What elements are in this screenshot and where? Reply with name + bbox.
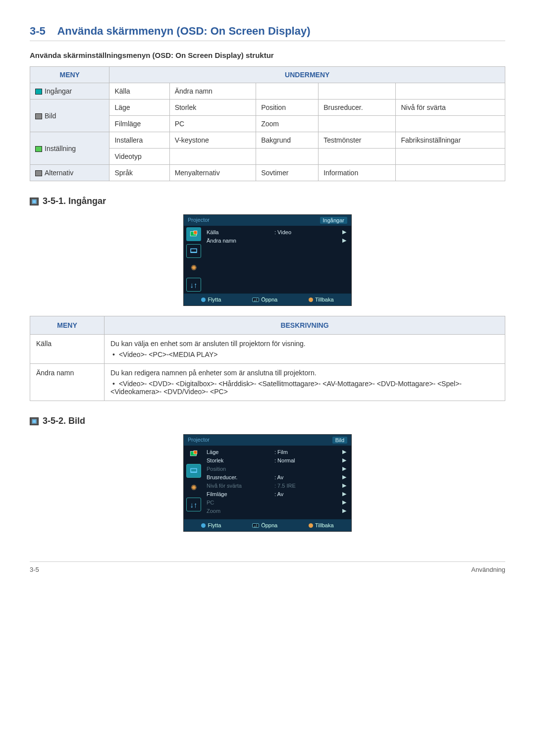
arrow-right-icon: ▶ xyxy=(342,229,346,235)
structure-table: MENY UNDERMENY Ingångar Källa Ändra namn… xyxy=(30,66,505,181)
arrow-right-icon: ▶ xyxy=(342,491,346,497)
picture-tab-icon[interactable] xyxy=(186,244,201,258)
setup-tab-icon[interactable]: ✺ xyxy=(186,261,201,275)
osd-category: Bild xyxy=(332,437,347,444)
arrow-right-icon: ▶ xyxy=(342,499,346,505)
footer-move: Flytta xyxy=(201,297,221,302)
footer-right: Användning xyxy=(471,566,505,573)
osd-row[interactable]: PC▶ xyxy=(205,498,348,506)
section-title: 3-5 Använda skärmmenyn (OSD: On Screen D… xyxy=(30,25,505,41)
footer-back: Tillbaka xyxy=(309,297,334,302)
svg-rect-1 xyxy=(194,231,197,234)
osd-row[interactable]: Ändra namn ▶ xyxy=(205,236,348,245)
osd-title: Projector xyxy=(188,217,210,224)
heading-352: ▣ 3-5-2. Bild xyxy=(30,416,505,426)
table-row: Alternativ Språk Menyalternativ Sovtimer… xyxy=(30,165,505,181)
osd-window-inputs: Projector Ingångar ✺ ↓↑ Källa : Video ▶ xyxy=(183,214,352,306)
col-desc: BESKRIVNING xyxy=(105,316,505,335)
section-name: Använda skärmmenyn (OSD: On Screen Displ… xyxy=(57,25,310,37)
page-footer: 3-5 Användning xyxy=(30,561,505,573)
col-menu: MENY xyxy=(30,316,105,335)
osd-row[interactable]: Zoom▶ xyxy=(205,506,348,515)
footer-open: ⏎Öppna xyxy=(252,297,277,302)
arrow-right-icon: ▶ xyxy=(342,449,346,455)
arrow-right-icon: ▶ xyxy=(342,465,346,472)
osd-row[interactable]: Läge: Film▶ xyxy=(205,448,348,456)
input-icon xyxy=(35,89,42,95)
osd-row[interactable]: Källa : Video ▶ xyxy=(205,228,348,236)
badge-icon: ▣ xyxy=(30,417,39,425)
osd-row[interactable]: Brusreducer.: Av▶ xyxy=(205,473,348,481)
footer-move: Flytta xyxy=(201,522,221,528)
heading-351: ▣ 3-5-1. Ingångar xyxy=(30,196,505,206)
arrow-right-icon: ▶ xyxy=(342,237,346,244)
badge-icon: ▣ xyxy=(30,198,39,205)
option-tab-icon[interactable]: ↓↑ xyxy=(186,498,201,511)
table-row: Inställning Installera V-keystone Bakgru… xyxy=(30,132,505,149)
svg-rect-3 xyxy=(191,252,197,253)
table-row: Ingångar Källa Ändra namn xyxy=(30,83,505,100)
picture-tab-icon[interactable] xyxy=(186,464,201,478)
footer-left: 3-5 xyxy=(30,566,39,573)
arrow-right-icon: ▶ xyxy=(342,457,346,463)
input-tab-icon[interactable] xyxy=(186,227,201,241)
osd-row[interactable]: Filmläge: Av▶ xyxy=(205,490,348,498)
table-row: Källa Du kan välja en enhet som är anslu… xyxy=(30,335,505,364)
setup-icon xyxy=(35,146,42,152)
osd-row[interactable]: Storlek: Normal▶ xyxy=(205,456,348,464)
option-icon xyxy=(35,170,42,176)
structure-subtitle: Använda skärminställningsmenyn (OSD: On … xyxy=(30,51,505,59)
arrow-right-icon: ▶ xyxy=(342,474,346,480)
option-tab-icon[interactable]: ↓↑ xyxy=(186,278,201,292)
osd-row[interactable]: Position▶ xyxy=(205,464,348,473)
table-row: Bild Läge Storlek Position Brusreducer. … xyxy=(30,100,505,116)
table-row: Ändra namn Du kan redigera namnen på enh… xyxy=(30,364,505,401)
arrow-right-icon: ▶ xyxy=(342,482,346,489)
input-tab-icon[interactable] xyxy=(186,447,201,461)
svg-rect-7 xyxy=(191,472,197,473)
svg-rect-5 xyxy=(194,451,197,454)
osd-category: Ingångar xyxy=(320,217,347,224)
setup-tab-icon[interactable]: ✺ xyxy=(186,481,201,495)
col-menu: MENY xyxy=(30,67,109,83)
description-table-351: MENY BESKRIVNING Källa Du kan välja en e… xyxy=(30,316,505,401)
footer-back: Tillbaka xyxy=(309,522,334,528)
arrow-right-icon: ▶ xyxy=(342,507,346,514)
osd-window-picture: Projector Bild ✺ ↓↑ Läge: Film▶Storlek: … xyxy=(183,434,352,532)
osd-row[interactable]: Nivå för svärta: 7.5 IRE▶ xyxy=(205,481,348,490)
section-number: 3-5 xyxy=(30,25,46,37)
osd-title: Projector xyxy=(188,437,210,444)
col-submenu: UNDERMENY xyxy=(109,67,505,83)
footer-open: ⏎Öppna xyxy=(252,522,277,528)
picture-icon xyxy=(35,113,42,119)
